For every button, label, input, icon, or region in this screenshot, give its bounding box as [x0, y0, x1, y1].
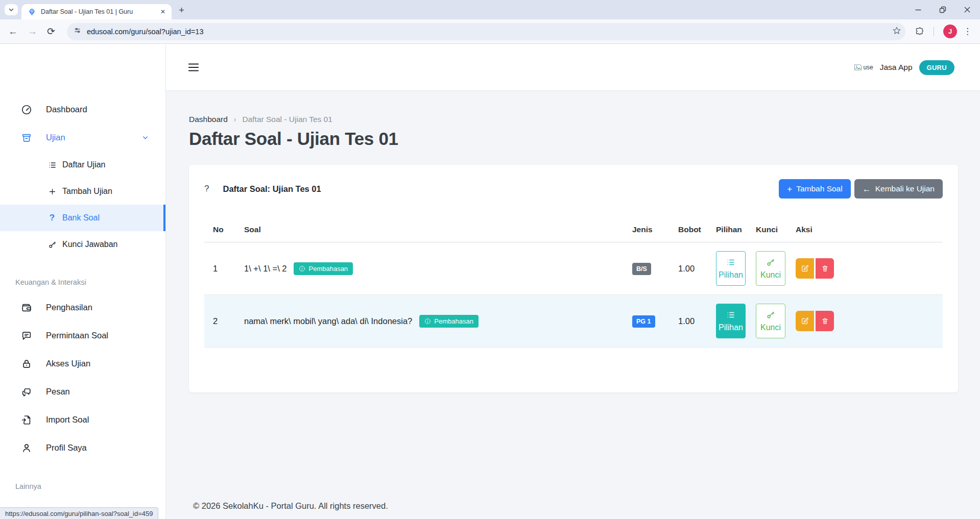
arrow-left-icon: ←	[863, 185, 871, 193]
jenis-cell: PG 1	[626, 316, 672, 326]
sidebar-item-label: Penghasilan	[46, 303, 92, 312]
pencil-square-icon	[801, 264, 809, 273]
main-content: Dashboard › Daftar Soal - Ujian Tes 01 D…	[166, 90, 980, 519]
info-icon	[424, 318, 431, 325]
status-bar-link: https://edusoal.com/guru/pilihan-soal?so…	[0, 507, 158, 519]
plus-icon	[47, 187, 57, 196]
sidebar-item-tambah-ujian[interactable]: Tambah Ujian	[0, 178, 165, 205]
delete-button[interactable]	[816, 258, 834, 279]
pembahasan-label: Pembahasan	[434, 317, 473, 325]
breadcrumb-current: Daftar Soal - Ujian Tes 01	[243, 115, 332, 124]
sidebar-item-akses-ujian[interactable]: Akses Ujian	[0, 350, 165, 378]
key-icon	[47, 240, 57, 249]
sidebar-section-label: Keuangan & Interaksi	[0, 274, 165, 290]
browser-tab[interactable]: Daftar Soal - Ujian Tes 01 | Guru ✕	[21, 4, 172, 19]
back-button[interactable]: ←	[8, 27, 18, 36]
wallet-icon	[20, 302, 33, 313]
new-tab-button[interactable]: +	[179, 5, 184, 15]
breadcrumb-dashboard-link[interactable]: Dashboard	[189, 115, 228, 124]
question-list-card: ? Daftar Soal: Ujian Tes 01 + Tambah Soa…	[189, 165, 958, 392]
tab-close-button[interactable]: ✕	[158, 7, 168, 16]
dashboard-icon	[20, 104, 33, 115]
sidebar-section-label: Lainnya	[0, 478, 165, 495]
broken-image-icon: use	[854, 64, 873, 71]
sidebar-item-permintaan-soal[interactable]: Permintaan Soal	[0, 322, 165, 350]
browser-profile-avatar[interactable]: J	[943, 24, 957, 38]
page-title: Daftar Soal - Ujian Tes 01	[189, 129, 958, 149]
user-name: Jasa App	[880, 63, 913, 72]
back-to-exam-button[interactable]: ← Kembali ke Ujian	[854, 179, 943, 199]
sidebar-item-label: Daftar Ujian	[62, 160, 105, 169]
pilihan-button[interactable]: Pilihan	[716, 304, 746, 338]
sidebar-item-label: Kunci Jawaban	[62, 240, 118, 249]
question-cell: 1\ +\ 1\ =\ 2 Pembahasan	[244, 262, 626, 275]
role-badge: GURU	[919, 60, 954, 75]
pilihan-button[interactable]: Pilihan	[716, 251, 746, 286]
chat-icon	[20, 330, 33, 341]
question-text: nama\ merk\ mobil\ yang\ ada\ di\ Indone…	[244, 316, 412, 326]
edit-button[interactable]	[796, 311, 814, 331]
key-icon	[766, 258, 775, 267]
pembahasan-badge[interactable]: Pembahasan	[419, 315, 479, 328]
tab-title: Daftar Soal - Ujian Tes 01 | Guru	[41, 8, 158, 15]
list-icon	[726, 310, 735, 319]
sidebar: DashboardUjianDaftar UjianTambah Ujian?B…	[0, 44, 166, 519]
reload-button[interactable]: ⟳	[47, 27, 55, 36]
column-header-aksi: Aksi	[790, 225, 943, 234]
sidebar-item-kunci-jawaban[interactable]: Kunci Jawaban	[0, 231, 165, 258]
trash-icon	[821, 317, 829, 325]
site-info-icon[interactable]	[73, 26, 82, 37]
window-minimize-button[interactable]	[915, 6, 922, 13]
add-question-button[interactable]: + Tambah Soal	[779, 179, 850, 199]
sidebar-item-bank-soal[interactable]: ?Bank Soal	[0, 205, 165, 231]
jenis-badge: B/S	[632, 263, 651, 275]
sidebar-item-ujian[interactable]: Ujian	[0, 123, 165, 152]
kunci-button[interactable]: Kunci	[756, 251, 785, 286]
bookmark-star-icon[interactable]	[892, 26, 901, 37]
column-header-pilihan: Pilihan	[710, 225, 750, 234]
aksi-cell	[790, 311, 943, 331]
web-page: DashboardUjianDaftar UjianTambah Ujian?B…	[0, 44, 980, 519]
column-header-kunci: Kunci	[750, 225, 790, 234]
delete-button[interactable]	[816, 311, 834, 331]
card-actions: + Tambah Soal ← Kembali ke Ujian	[779, 179, 943, 199]
sidebar-item-label: Tambah Ujian	[62, 187, 112, 196]
aksi-cell	[790, 258, 943, 279]
footer-copyright: © 2026 SekolahKu - Portal Guru. All righ…	[193, 501, 388, 511]
forward-button[interactable]: →	[28, 27, 37, 36]
list-icon	[47, 161, 57, 169]
extensions-icon[interactable]	[915, 27, 924, 36]
chevron-down-icon	[141, 134, 149, 141]
sidebar-item-import-soal[interactable]: Import Soal	[0, 406, 165, 434]
screen: Daftar Soal - Ujian Tes 01 | Guru ✕ + ← …	[0, 0, 980, 519]
pembahasan-badge[interactable]: Pembahasan	[294, 262, 353, 275]
kunci-cell: Kunci	[750, 251, 790, 286]
question-icon: ?	[47, 213, 57, 223]
edit-button[interactable]	[796, 258, 814, 279]
kunci-button[interactable]: Kunci	[756, 304, 785, 338]
navbar-user-area[interactable]: use Jasa App GURU	[854, 60, 954, 75]
sidebar-item-label: Ujian	[46, 133, 65, 142]
sidebar-item-daftar-ujian[interactable]: Daftar Ujian	[0, 152, 165, 178]
sidebar-item-label: Pesan	[46, 387, 70, 397]
sidebar-item-penghasilan[interactable]: Penghasilan	[0, 293, 165, 322]
exam-icon	[20, 132, 33, 143]
hamburger-menu-icon[interactable]	[188, 63, 199, 72]
column-header-jenis: Jenis	[626, 225, 672, 234]
question-cell: nama\ merk\ mobil\ yang\ ada\ di\ Indone…	[244, 315, 626, 328]
kunci-cell: Kunci	[750, 304, 790, 338]
window-close-button[interactable]	[964, 6, 971, 13]
breadcrumb-separator: ›	[234, 115, 236, 123]
pilihan-cell: Pilihan	[710, 304, 750, 338]
question-text: 1\ +\ 1\ =\ 2	[244, 264, 286, 274]
sidebar-item-dashboard[interactable]: Dashboard	[0, 95, 165, 123]
url-bar[interactable]: edusoal.com/guru/soal?ujian_id=13	[67, 23, 905, 40]
key-icon	[766, 310, 775, 319]
tab-search-button[interactable]	[5, 4, 18, 15]
jenis-badge: PG 1	[632, 315, 655, 328]
sidebar-item-profil-saya[interactable]: Profil Saya	[0, 434, 165, 462]
browser-menu-icon[interactable]: ⋮	[963, 26, 972, 37]
column-header-bobot: Bobot	[672, 225, 710, 234]
window-restore-button[interactable]	[939, 6, 946, 13]
sidebar-item-pesan[interactable]: Pesan	[0, 378, 165, 406]
